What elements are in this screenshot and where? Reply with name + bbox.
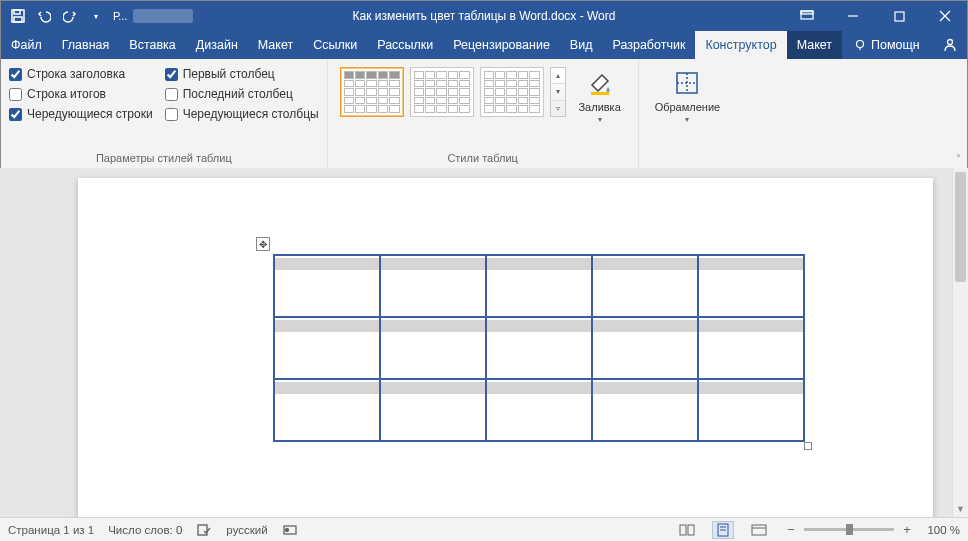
- group-table-style-options: Строка заголовка Строка итогов Чередующи…: [1, 59, 328, 168]
- chevron-down-icon: ▾: [598, 115, 602, 124]
- status-word-count[interactable]: Число слов: 0: [108, 524, 182, 536]
- table-style-thumb-2[interactable]: [410, 67, 474, 117]
- lightbulb-icon: [854, 39, 866, 51]
- borders-icon: [671, 67, 703, 99]
- redo-icon[interactable]: [63, 9, 77, 23]
- macro-record-icon[interactable]: [282, 522, 298, 538]
- save-icon[interactable]: [11, 9, 25, 23]
- scroll-down-icon[interactable]: ▼: [953, 501, 968, 517]
- svg-rect-6: [895, 12, 904, 21]
- page[interactable]: ✥: [78, 178, 933, 517]
- tell-me-label: Помощн: [871, 38, 920, 52]
- account-label: Р...: [113, 10, 127, 22]
- status-page[interactable]: Страница 1 из 1: [8, 524, 94, 536]
- tab-review[interactable]: Рецензирование: [443, 31, 560, 59]
- account-badge[interactable]: Р...: [103, 9, 203, 23]
- svg-rect-1: [14, 10, 20, 14]
- chk-first-col[interactable]: Первый столбец: [165, 67, 319, 81]
- group-table-styles: ▴▾▿ Заливка ▾ Стили таблиц: [328, 59, 639, 168]
- zoom-slider-thumb[interactable]: [846, 524, 853, 535]
- svg-rect-19: [680, 525, 686, 535]
- chk-first-col-label: Первый столбец: [183, 67, 275, 81]
- tab-insert[interactable]: Вставка: [119, 31, 185, 59]
- chk-header-row-label: Строка заголовка: [27, 67, 125, 81]
- table-style-thumb-1[interactable]: [340, 67, 404, 117]
- bucket-icon: [584, 67, 616, 99]
- zoom-in-button[interactable]: +: [900, 523, 914, 536]
- spellcheck-icon[interactable]: [196, 522, 212, 538]
- svg-rect-24: [752, 525, 766, 535]
- tab-developer[interactable]: Разработчик: [602, 31, 695, 59]
- qat-customize-icon[interactable]: ▾: [89, 9, 103, 23]
- share-button[interactable]: [930, 31, 968, 59]
- tab-tell-me[interactable]: Помощн: [844, 31, 930, 59]
- document-area: ✥ ▲ ▼: [0, 168, 968, 517]
- chk-banded-cols[interactable]: Чередующиеся столбцы: [165, 107, 319, 121]
- chk-last-col-label: Последний столбец: [183, 87, 293, 101]
- svg-rect-20: [688, 525, 694, 535]
- view-read-mode[interactable]: [676, 521, 698, 539]
- borders-button[interactable]: Обрамление ▾: [647, 63, 729, 124]
- zoom-level[interactable]: 100 %: [920, 524, 960, 536]
- svg-rect-2: [14, 17, 22, 22]
- chk-total-row[interactable]: Строка итогов: [9, 87, 153, 101]
- vertical-scrollbar[interactable]: ▲ ▼: [952, 168, 968, 517]
- chk-banded-rows[interactable]: Чередующиеся строки: [9, 107, 153, 121]
- status-bar: Страница 1 из 1 Число слов: 0 русский − …: [0, 517, 968, 541]
- zoom-out-button[interactable]: −: [784, 523, 798, 536]
- window-title: Как изменить цвет таблицы в Word.docx - …: [353, 9, 616, 23]
- tab-layout[interactable]: Макет: [248, 31, 303, 59]
- title-bar: ▾ Как изменить цвет таблицы в Word.docx …: [1, 1, 967, 31]
- shading-label: Заливка: [578, 101, 620, 113]
- svg-point-18: [285, 528, 288, 531]
- ribbon-tabs: Файл Главная Вставка Дизайн Макет Ссылки…: [1, 31, 967, 59]
- view-print-layout[interactable]: [712, 521, 734, 539]
- table-style-thumb-3[interactable]: [480, 67, 544, 117]
- scroll-thumb[interactable]: [955, 172, 966, 282]
- shading-button[interactable]: Заливка ▾: [570, 63, 630, 124]
- minimize-icon[interactable]: [831, 1, 875, 31]
- quick-access-toolbar: ▾: [1, 9, 103, 23]
- undo-icon[interactable]: [37, 9, 51, 23]
- svg-point-11: [947, 40, 952, 45]
- account-name-placeholder: [133, 9, 193, 23]
- tab-references[interactable]: Ссылки: [303, 31, 367, 59]
- tab-file[interactable]: Файл: [1, 31, 52, 59]
- tab-view[interactable]: Вид: [560, 31, 603, 59]
- document-table[interactable]: [273, 254, 805, 442]
- chk-header-row[interactable]: Строка заголовка: [9, 67, 153, 81]
- svg-rect-12: [591, 92, 609, 95]
- group-label-options: Параметры стилей таблиц: [9, 150, 319, 168]
- chevron-down-icon: ▾: [685, 115, 689, 124]
- tab-home[interactable]: Главная: [52, 31, 120, 59]
- tab-table-design[interactable]: Конструктор: [695, 31, 786, 59]
- borders-label: Обрамление: [655, 101, 721, 113]
- table-resize-handle[interactable]: [804, 442, 812, 450]
- tab-mailings[interactable]: Рассылки: [367, 31, 443, 59]
- zoom-control: − + 100 %: [784, 523, 960, 536]
- svg-rect-4: [801, 11, 813, 14]
- status-language[interactable]: русский: [226, 524, 267, 536]
- zoom-slider[interactable]: [804, 528, 894, 531]
- window-buttons: [785, 1, 967, 31]
- group-label-styles: Стили таблиц: [336, 150, 630, 168]
- chk-last-col[interactable]: Последний столбец: [165, 87, 319, 101]
- chk-total-row-label: Строка итогов: [27, 87, 106, 101]
- view-web-layout[interactable]: [748, 521, 770, 539]
- table-move-handle[interactable]: ✥: [256, 237, 270, 251]
- maximize-icon[interactable]: [877, 1, 921, 31]
- ribbon-display-icon[interactable]: [785, 1, 829, 31]
- tab-table-layout[interactable]: Макет: [787, 31, 842, 59]
- table-styles-gallery[interactable]: ▴▾▿: [336, 63, 570, 117]
- ribbon: Строка заголовка Строка итогов Чередующи…: [1, 59, 967, 169]
- chk-banded-rows-label: Чередующиеся строки: [27, 107, 153, 121]
- gallery-more-button[interactable]: ▴▾▿: [550, 67, 566, 117]
- chk-banded-cols-label: Чередующиеся столбцы: [183, 107, 319, 121]
- close-icon[interactable]: [923, 1, 967, 31]
- tab-design[interactable]: Дизайн: [186, 31, 248, 59]
- collapse-ribbon-icon[interactable]: ˄: [956, 153, 961, 164]
- group-borders: Обрамление ▾: [639, 59, 737, 168]
- svg-point-9: [857, 41, 864, 48]
